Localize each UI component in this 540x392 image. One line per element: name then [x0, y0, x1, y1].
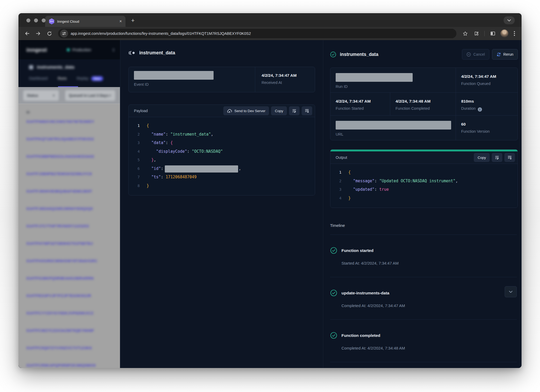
run-id-link[interactable]: 01HTFJ7C7THF7RVN05Y1103253 — [18, 222, 120, 240]
timeline-item-function-started: Function started Started At: 4/2/2024, 7… — [330, 235, 517, 277]
desktop-background: Inngest Cloud app.inngest — [0, 0, 540, 392]
status-filter-dropdown[interactable]: Status▼ — [23, 90, 59, 101]
check-circle-icon — [330, 332, 337, 339]
inngest-logo[interactable]: inngest — [26, 47, 47, 53]
run-id-link[interactable]: 01HTFC5Q07ZYVXNZVC7VT1Z4K6 — [18, 344, 120, 362]
run-id-link[interactable]: 01HTFKQT1M7RSJQABEXYF0K0S2 — [18, 135, 120, 153]
environment-status-dot-icon — [67, 49, 70, 51]
send-to-dev-server-button[interactable]: Send to Dev Server — [223, 106, 269, 115]
received-at-cell: 4/2/24, 7:34:47 AM Received At — [255, 67, 315, 92]
payload-title: Payload — [134, 109, 221, 113]
forward-icon[interactable] — [33, 28, 43, 39]
url-cell: URL — [330, 116, 456, 140]
run-id-link[interactable]: 01HTFCWZ7CZ2X3AZM75QEYNH8F — [18, 327, 120, 344]
browser-tab[interactable]: Inngest Cloud — [45, 16, 126, 27]
time-range-filter-dropdown[interactable]: Queued in Last 3 Days▼ — [65, 90, 115, 101]
timeline-item-function-completed: Function completed Completed At: 4/2/202… — [330, 320, 517, 362]
cancel-button[interactable]: Cancel — [462, 49, 489, 60]
toolbar-divider — [484, 31, 485, 36]
scroll-to-bottom-icon[interactable] — [302, 106, 312, 115]
environment-chevrons-icon[interactable]: ▲▼ — [112, 48, 115, 52]
bookmark-star-icon[interactable] — [460, 28, 470, 39]
run-header: instruments_data Cancel Rerun — [330, 49, 518, 60]
run-id-link[interactable]: 01HTFEG3FVJF7FZJF7EA5KN3JR — [18, 292, 120, 309]
check-circle-icon — [330, 51, 336, 58]
site-settings-icon[interactable] — [60, 30, 68, 37]
event-id-label: Event ID — [134, 82, 250, 87]
run-id-link[interactable]: 01HTFKMBPMD0ZAJ4AG04KD3A02 — [18, 153, 120, 170]
wrap-text-icon[interactable] — [289, 106, 300, 115]
tab-dashboard[interactable]: Dashboard — [29, 76, 48, 80]
function-title-row: instruments_data — [29, 65, 120, 70]
timeline: Timeline Function started Started At: 4/… — [330, 223, 518, 362]
info-icon[interactable] — [478, 107, 482, 112]
id-column-header: ID — [18, 104, 120, 118]
run-id-link[interactable]: 01HTFCYYZ0YGY0DKJVP82NKXCZ — [18, 309, 120, 327]
run-id-redacted — [336, 73, 413, 82]
inngest-app: inngest Production ▲▼ instruments_data — [18, 40, 522, 368]
received-at-value: 4/2/24, 7:34:47 AM — [262, 73, 308, 78]
address-bar[interactable]: app.inngest.com/env/production/functions… — [58, 29, 456, 38]
payload-copy-button[interactable]: Copy — [271, 106, 287, 115]
run-id-link[interactable]: 01HTFCR9KAPQP0R8PZK3MQNMX8 — [18, 362, 120, 368]
run-id-link[interactable]: 01HTFJ6DA6Q2385JWNHYE8Q2Q0 — [18, 205, 120, 222]
run-id-link[interactable]: 01HTFN86XV8CXWS7657W7E3WDY — [18, 118, 120, 135]
chevron-down-icon: ▼ — [52, 94, 55, 97]
new-tab-button[interactable] — [129, 16, 137, 25]
run-id-link[interactable]: 01HTFJ3B9PB27EWGK5Z086JYC8 — [18, 170, 120, 188]
run-detail-panel: instruments_data Cancel Rerun — [323, 40, 522, 368]
extensions-icon[interactable] — [471, 28, 481, 39]
tab-runs[interactable]: Runs — [58, 76, 67, 80]
scroll-to-bottom-icon[interactable] — [504, 153, 515, 162]
event-name: instrument_data — [139, 50, 175, 56]
environment-switcher[interactable]: Production — [67, 47, 91, 52]
success-accent-bar — [330, 150, 518, 151]
run-id-link[interactable]: 01HTFG38KPQ5R9E4A910BRARRN — [18, 275, 120, 292]
run-id-link[interactable]: 01HTFHYWF32TSB9HGT01F5BTBJ — [18, 240, 120, 257]
function-header: instruments_data Dashboard Runs ReplayNe… — [18, 59, 120, 87]
browser-toolbar: app.inngest.com/env/production/functions… — [18, 27, 522, 40]
minimize-window-icon[interactable] — [34, 18, 38, 22]
payload-card: Payload Send to Dev Server Copy — [128, 104, 315, 195]
runs-sidebar: inngest Production ▲▼ instruments_data — [18, 40, 120, 368]
event-title-row: instrument_data — [128, 50, 315, 56]
expand-step-button[interactable] — [505, 286, 517, 297]
back-icon[interactable] — [22, 28, 32, 39]
close-window-icon[interactable] — [26, 18, 30, 22]
profile-avatar[interactable] — [500, 30, 508, 37]
run-id-link[interactable]: 01HTFJ9HHVE0BQ48AF4DM13E9T — [18, 188, 120, 205]
event-info-card: Event ID 4/2/24, 7:34:47 AM Received At — [128, 67, 315, 92]
tab-close-icon[interactable] — [119, 19, 122, 23]
duration-label: Duration — [461, 106, 512, 112]
event-signal-icon — [128, 51, 136, 55]
run-id-cell: Run ID — [330, 68, 456, 93]
wrap-text-icon[interactable] — [492, 153, 502, 162]
new-badge: New — [91, 76, 103, 81]
tab-overflow-chevron-icon[interactable] — [504, 16, 515, 24]
side-panel-icon[interactable] — [488, 28, 498, 39]
run-info-card: Run ID 4/2/24, 7:34:47 AM Function Queue… — [330, 68, 518, 140]
run-actions: Cancel Rerun — [462, 49, 518, 60]
reload-icon[interactable] — [44, 28, 54, 39]
tab-title: Inngest Cloud — [57, 20, 117, 23]
browser-menu-icon[interactable] — [511, 29, 518, 38]
timeline-item-step: update-instruments-data Completed At: 4/… — [330, 277, 517, 320]
zoom-window-icon[interactable] — [42, 18, 46, 22]
runs-list-redacted: Status▼ Queued in Last 3 Days▼ ID 01HTFN… — [18, 87, 120, 368]
function-name: instruments_data — [37, 65, 74, 70]
rerun-button[interactable]: Rerun — [492, 49, 518, 60]
event-id-cell: Event ID — [129, 67, 255, 92]
event-detail-panel: instrument_data Event ID 4/2/24, 7:34:47… — [120, 40, 323, 368]
url-redacted — [336, 121, 451, 130]
output-copy-button[interactable]: Copy — [474, 153, 490, 162]
run-id-link[interactable]: 01HTFHXGR0CWNHSWY8T3NAVGRC — [18, 257, 120, 275]
minus-circle-icon — [466, 52, 471, 57]
run-title: instruments_data — [340, 52, 458, 57]
tab-replay[interactable]: ReplayNew — [77, 76, 103, 80]
function-queued-cell: 4/2/24, 7:34:47 AM Function Queued — [456, 68, 518, 93]
refresh-icon — [496, 52, 501, 57]
output-card: Output Copy 1{2 "message": "Updated OCTO… — [330, 149, 518, 208]
environment-name: Production — [72, 47, 91, 52]
runs-filters: Status▼ Queued in Last 3 Days▼ — [18, 87, 120, 104]
window-controls[interactable] — [26, 18, 46, 22]
